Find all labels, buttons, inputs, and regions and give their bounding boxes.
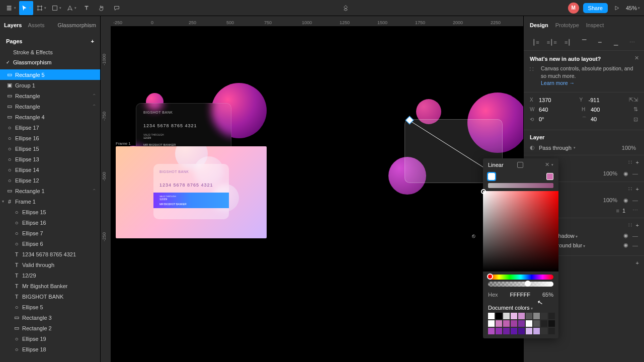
- fill-visibility[interactable]: ◉: [623, 170, 628, 177]
- layer-row[interactable]: ○Ellipse 16: [0, 217, 100, 228]
- gradient-bar[interactable]: [488, 183, 553, 188]
- hidden-icon[interactable]: ⌃: [92, 93, 96, 99]
- layer-opacity[interactable]: 100%: [622, 145, 636, 151]
- layer-row[interactable]: ○Ellipse 19: [0, 333, 100, 344]
- align-right[interactable]: ≡┃: [561, 37, 575, 47]
- add-page-button[interactable]: +: [91, 38, 94, 44]
- doc-color-swatch[interactable]: [548, 313, 555, 319]
- prop-x[interactable]: 1370: [539, 97, 576, 103]
- layer-row[interactable]: ○Ellipse 15: [0, 143, 100, 154]
- effect-visibility[interactable]: ◉: [623, 232, 628, 239]
- layer-row[interactable]: ○Ellipse 6: [0, 238, 100, 249]
- align-more[interactable]: ⋯: [625, 37, 639, 47]
- alpha-handle[interactable]: [525, 281, 531, 287]
- fill-styles[interactable]: ∷: [628, 159, 632, 166]
- radius-detail-button[interactable]: ⊡: [633, 116, 638, 123]
- move-tool[interactable]: [19, 1, 33, 15]
- tab-layers[interactable]: Layers: [4, 22, 22, 28]
- layer-row[interactable]: ○Ellipse 14: [0, 164, 100, 175]
- doc-color-swatch[interactable]: [511, 320, 517, 327]
- doc-color-swatch[interactable]: [496, 313, 502, 319]
- zoom-level[interactable]: 45%: [626, 5, 640, 11]
- doc-color-swatch[interactable]: [526, 328, 532, 334]
- hidden-icon[interactable]: ⌃: [92, 104, 96, 109]
- gradient-type-select[interactable]: Linear: [488, 162, 504, 168]
- doc-color-swatch[interactable]: [488, 320, 495, 327]
- text-tool[interactable]: [79, 1, 94, 15]
- notice-close[interactable]: ✕: [634, 55, 639, 61]
- fill-opacity[interactable]: 100%: [603, 170, 617, 176]
- document-colors-label[interactable]: Document colors: [483, 302, 558, 313]
- canvas[interactable]: -2500250500750100012501500175020002250 -…: [101, 16, 523, 362]
- layer-row[interactable]: ○Ellipse 5: [0, 302, 100, 312]
- stroke-more[interactable]: ⋯: [632, 207, 638, 214]
- add-export[interactable]: +: [636, 260, 639, 266]
- remove-fill[interactable]: —: [632, 170, 638, 176]
- share-button[interactable]: Share: [583, 3, 608, 13]
- add-fill[interactable]: +: [636, 159, 639, 166]
- prop-radius[interactable]: 40: [591, 116, 629, 122]
- tab-inspect[interactable]: Inspect: [586, 22, 604, 28]
- layer-row[interactable]: ○Ellipse 18: [0, 344, 100, 354]
- doc-color-swatch[interactable]: [533, 328, 540, 334]
- gradient-stop-1[interactable]: [488, 173, 495, 180]
- doc-color-swatch[interactable]: [548, 320, 555, 327]
- glass-card-light[interactable]: BIGSHOT BANK 1234 5678 8765 4321 VALID T…: [153, 164, 229, 219]
- hand-tool[interactable]: [95, 1, 109, 15]
- layer-row[interactable]: TValid through: [0, 259, 100, 270]
- page-row[interactable]: Glassmorphism: [0, 57, 100, 67]
- doc-color-swatch[interactable]: [526, 320, 532, 327]
- file-title-icon[interactable]: [339, 1, 353, 15]
- remove-stroke[interactable]: —: [632, 197, 638, 203]
- layer-row[interactable]: ▭Rectangle 2: [0, 323, 100, 333]
- layer-row[interactable]: ○Ellipse 17: [0, 122, 100, 133]
- layer-row[interactable]: #Frame 1▾: [0, 196, 100, 207]
- layer-row[interactable]: ○Ellipse 12: [0, 175, 100, 186]
- prop-y[interactable]: -911: [589, 97, 625, 103]
- stroke-width[interactable]: 1: [622, 208, 625, 214]
- effect-visibility[interactable]: ◉: [623, 242, 628, 248]
- doc-color-swatch[interactable]: [541, 313, 547, 319]
- effects-styles[interactable]: ∷: [628, 222, 632, 229]
- gradient-stop-2[interactable]: [546, 173, 553, 180]
- color-field-handle[interactable]: [481, 189, 486, 194]
- layer-row[interactable]: ○Ellipse 15: [0, 207, 100, 217]
- add-effect[interactable]: +: [636, 222, 639, 229]
- doc-color-swatch[interactable]: [518, 313, 525, 319]
- doc-color-swatch[interactable]: [533, 320, 540, 327]
- align-top[interactable]: ▔: [577, 37, 591, 47]
- doc-color-swatch[interactable]: [488, 313, 495, 319]
- doc-color-swatch[interactable]: [518, 328, 525, 334]
- tab-prototype[interactable]: Prototype: [555, 22, 579, 28]
- align-hcenter[interactable]: ≡┃≡: [545, 37, 559, 47]
- constrain-button[interactable]: ⇱⇲: [629, 97, 638, 103]
- present-button[interactable]: [612, 3, 622, 13]
- color-field[interactable]: [483, 191, 558, 272]
- layer-row[interactable]: ▭Rectangle⌃: [0, 101, 100, 112]
- prop-w[interactable]: 640: [539, 107, 578, 113]
- alpha-slider[interactable]: [488, 282, 553, 287]
- prop-h[interactable]: 400: [591, 107, 629, 113]
- hex-input[interactable]: FFFFFF: [503, 292, 537, 298]
- tab-assets[interactable]: Assets: [28, 22, 44, 28]
- eyedropper-icon[interactable]: ⎋: [472, 233, 475, 239]
- layer-row[interactable]: ▭Rectangle 3: [0, 312, 100, 323]
- doc-color-swatch[interactable]: [518, 320, 525, 327]
- frame-1[interactable]: BIGSHOT BANK 1234 5678 8765 4321 VALID T…: [116, 146, 267, 238]
- remove-effect[interactable]: —: [632, 242, 638, 248]
- align-vcenter[interactable]: ━: [593, 37, 607, 47]
- layer-row[interactable]: ○Ellipse 13: [0, 154, 100, 164]
- layer-row[interactable]: ▭Rectangle⌃: [0, 90, 100, 101]
- stroke-styles[interactable]: ∷: [628, 186, 632, 193]
- prop-rotation[interactable]: 0°: [539, 116, 578, 122]
- doc-color-swatch[interactable]: [526, 313, 532, 319]
- layer-row[interactable]: ▭Rectangle 4: [0, 112, 100, 122]
- layer-row[interactable]: TBIGSHOT BANK: [0, 291, 100, 302]
- alpha-input[interactable]: 65%: [542, 292, 553, 298]
- layer-row[interactable]: ▭Rectangle 5: [0, 69, 100, 80]
- layer-row[interactable]: T12/29: [0, 270, 100, 281]
- add-stroke[interactable]: +: [636, 186, 639, 193]
- layer-row[interactable]: ▭Rectangle 1⌃: [0, 186, 100, 196]
- hue-slider[interactable]: [488, 275, 553, 280]
- frame-label[interactable]: Frame 1: [116, 141, 131, 146]
